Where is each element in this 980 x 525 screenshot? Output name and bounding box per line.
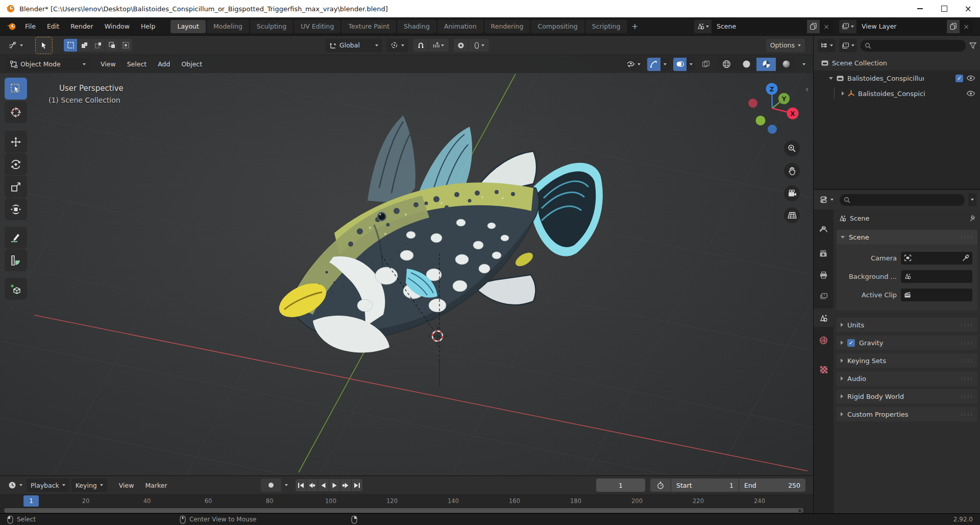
3d-viewport[interactable]: Z Y X User Perspective (1) Scene Collect… [0, 55, 813, 475]
scene-selector[interactable]: Scene × [694, 20, 833, 33]
workspace-tab-shading[interactable]: Shading [397, 20, 436, 33]
axis-neg-y-handle[interactable] [756, 116, 766, 126]
expand-icon[interactable] [829, 77, 833, 80]
add-workspace-button[interactable]: + [627, 22, 642, 31]
background-field[interactable] [901, 270, 972, 283]
timeline-ruler[interactable]: 20 40 60 80 100 120 140 160 180 200 220 … [0, 495, 813, 508]
section-units[interactable]: Units :::: [837, 318, 977, 332]
toolbar-select-box[interactable] [5, 78, 27, 100]
collection-checkbox[interactable]: ✓ [955, 75, 963, 82]
toolbar-add-cube[interactable] [5, 278, 27, 300]
workspace-tab-compositing[interactable]: Compositing [531, 20, 584, 33]
outliner-row-object[interactable]: Balistoides_Conspici [814, 86, 980, 101]
toolbar-transform[interactable] [5, 198, 27, 220]
section-rigid-body-world[interactable]: Rigid Body World :::: [837, 389, 977, 403]
tab-tool[interactable] [814, 220, 834, 238]
toolbar-move[interactable] [5, 131, 27, 153]
pivot-point-dropdown[interactable] [386, 39, 408, 52]
workspace-tab-animation[interactable]: Animation [437, 20, 483, 33]
snap-toggle-button[interactable] [413, 39, 428, 52]
viewport-menu-add[interactable]: Add [152, 55, 176, 73]
drag-grip-icon[interactable]: :::: [960, 358, 973, 363]
tab-output[interactable] [814, 266, 834, 284]
scene-copy-button[interactable] [807, 20, 820, 33]
close-button[interactable]: × [956, 0, 980, 17]
drag-grip-icon[interactable]: :::: [960, 394, 973, 399]
tab-render[interactable] [814, 244, 834, 262]
outliner-display-mode-button[interactable] [839, 39, 857, 52]
active-tool-button[interactable] [35, 37, 53, 54]
shading-solid-button[interactable] [737, 58, 756, 71]
triggerfish-model[interactable] [274, 115, 603, 352]
editor-type-button[interactable] [4, 39, 27, 52]
select-mode-invert-button[interactable] [105, 39, 118, 52]
menu-render[interactable]: Render [65, 17, 99, 35]
end-frame-field[interactable]: End 250 [739, 479, 805, 492]
section-keying-sets[interactable]: Keying Sets :::: [837, 353, 977, 368]
gizmos-toggle[interactable] [647, 58, 660, 71]
menu-window[interactable]: Window [99, 17, 135, 35]
menu-edit[interactable]: Edit [41, 17, 65, 35]
shading-wireframe-button[interactable] [717, 58, 736, 71]
properties-search-input[interactable] [840, 194, 965, 206]
select-mode-extend-button[interactable] [78, 39, 91, 52]
select-mode-intersect-button[interactable] [119, 39, 132, 52]
axis-neg-x-handle[interactable] [748, 99, 757, 108]
toolbar-cursor[interactable] [5, 101, 27, 123]
options-button[interactable]: Options [766, 39, 805, 52]
filter-icon[interactable] [969, 42, 976, 49]
playback-menu[interactable]: Playback [27, 479, 69, 492]
eyedropper-icon[interactable] [962, 254, 969, 261]
play-button[interactable] [329, 479, 340, 491]
visibility-dropdown[interactable] [624, 58, 643, 71]
timeline-editor-type-button[interactable] [4, 479, 27, 492]
viewport-menu-select[interactable]: Select [121, 55, 153, 73]
overlays-toggle[interactable] [673, 58, 687, 71]
scene-unlink-button[interactable]: × [820, 22, 833, 31]
snap-target-dropdown[interactable] [428, 39, 449, 52]
jump-to-start-button[interactable] [296, 479, 306, 491]
outliner-editor-type-button[interactable] [818, 39, 836, 52]
workspace-tab-texture-paint[interactable]: Texture Paint [341, 20, 396, 33]
scene-name[interactable]: Scene [712, 22, 807, 30]
timeline-view-menu[interactable]: View [113, 476, 140, 494]
maximize-button[interactable] [932, 0, 956, 17]
camera-field[interactable] [901, 252, 972, 265]
start-frame-field[interactable]: Start 1 [671, 479, 739, 492]
xray-toggle[interactable] [699, 58, 713, 71]
drag-grip-icon[interactable]: :::: [960, 322, 973, 327]
tab-texture[interactable] [814, 361, 834, 379]
use-preview-range-toggle[interactable] [650, 479, 671, 492]
mode-dropdown[interactable]: Object Mode [6, 58, 90, 71]
drag-grip-icon[interactable]: :::: [960, 340, 973, 345]
transform-orientation-dropdown[interactable]: Global [325, 39, 382, 52]
current-frame-field[interactable]: 1 [596, 479, 645, 492]
workspace-tab-modeling[interactable]: Modeling [207, 20, 249, 33]
timeline-scrollbar[interactable] [4, 508, 803, 513]
collapse-sidebar-icon[interactable]: ‹ [805, 85, 808, 94]
gizmos-dropdown[interactable] [661, 58, 669, 71]
scene-panel-header[interactable]: Scene :::: [837, 230, 977, 244]
workspace-tab-scripting[interactable]: Scripting [585, 20, 627, 33]
jump-to-end-button[interactable] [352, 479, 362, 491]
zoom-view-button[interactable] [784, 140, 800, 156]
tab-view-layer[interactable] [814, 287, 834, 305]
proportional-falloff-dropdown[interactable] [469, 39, 489, 52]
view-layer-remove-button[interactable]: × [960, 22, 973, 31]
tab-world[interactable] [814, 331, 834, 349]
view-layer-name[interactable]: View Layer [856, 22, 947, 30]
blender-menu-icon[interactable] [6, 22, 17, 31]
workspace-tab-uv-editing[interactable]: UV Editing [294, 20, 340, 33]
workspace-tab-sculpting[interactable]: Sculpting [250, 20, 293, 33]
toolbar-scale[interactable] [5, 176, 27, 198]
select-mode-set-button[interactable] [64, 39, 77, 52]
play-reverse-button[interactable] [318, 479, 329, 491]
proportional-edit-toggle[interactable] [454, 39, 468, 52]
toolbar-rotate[interactable] [5, 153, 27, 175]
properties-filter-dropdown[interactable] [968, 193, 976, 206]
toolbar-annotate[interactable] [5, 227, 27, 249]
section-custom-properties[interactable]: Custom Properties :::: [837, 407, 977, 421]
scrollbar-knob[interactable] [798, 509, 801, 512]
tab-scene[interactable] [814, 308, 834, 327]
hide-eye-icon[interactable] [966, 90, 975, 97]
